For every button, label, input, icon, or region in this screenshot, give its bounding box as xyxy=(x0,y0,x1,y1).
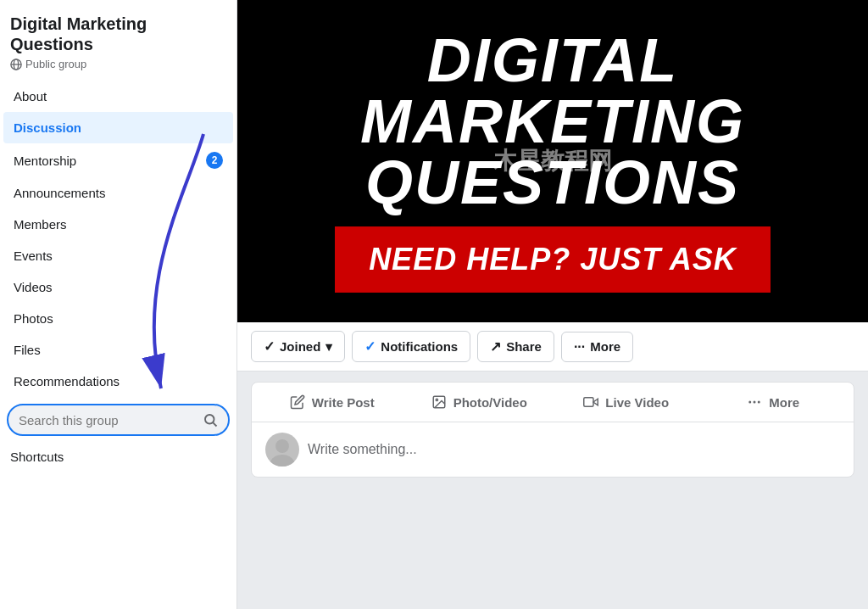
more-label: More xyxy=(590,339,620,354)
write-post-label: Write Post xyxy=(312,395,375,410)
nav-badge: 2 xyxy=(206,152,223,169)
nav-item-label: Mentorship xyxy=(14,154,76,168)
check-icon: ✓ xyxy=(264,338,275,355)
arrow-container xyxy=(0,397,236,443)
nav-item-label: Events xyxy=(14,249,53,263)
hero-title-line3: QUESTIONS xyxy=(335,152,771,213)
check-icon-notif: ✓ xyxy=(364,338,376,355)
more-dots-icon: ··· xyxy=(574,339,585,355)
sidebar-item-events[interactable]: Events xyxy=(3,240,233,271)
write-post-button[interactable]: Write Post xyxy=(259,386,406,418)
svg-marker-8 xyxy=(593,399,598,405)
nav-item-label: Recommendations xyxy=(14,374,120,388)
post-section: Write Post Photo/Video Live Video xyxy=(251,382,854,478)
nav-item-label: About xyxy=(14,89,47,103)
dropdown-icon: ▾ xyxy=(326,339,332,355)
post-more-button[interactable]: More xyxy=(700,386,848,418)
avatar xyxy=(265,433,299,467)
sidebar-shortcuts[interactable]: Shortcuts xyxy=(0,443,236,471)
hero-subtitle-box: NEED HELP? JUST ASK xyxy=(335,226,771,293)
nav-item-label: Members xyxy=(14,217,67,232)
post-input-row: Write something... xyxy=(252,422,854,477)
sidebar-item-discussion[interactable]: Discussion xyxy=(3,112,233,143)
live-video-button[interactable]: Live Video xyxy=(553,386,700,418)
sidebar-item-announcements[interactable]: Announcements xyxy=(3,177,233,209)
hero-subtitle-text: NEED HELP? JUST ASK xyxy=(369,242,737,277)
group-type-label: Public group xyxy=(25,58,86,70)
search-box[interactable] xyxy=(7,404,230,436)
notifications-button[interactable]: ✓ Notifications xyxy=(352,331,470,362)
joined-button[interactable]: ✓ Joined ▾ xyxy=(251,331,345,362)
nav-item-label: Videos xyxy=(14,280,53,294)
joined-label: Joined xyxy=(280,339,320,354)
svg-point-3 xyxy=(205,415,214,424)
pencil-icon xyxy=(290,394,305,410)
svg-point-13 xyxy=(275,439,289,453)
share-icon: ↗ xyxy=(490,338,501,355)
nav-item-label: Files xyxy=(14,343,41,357)
sidebar: Digital Marketing Questions Public group… xyxy=(0,0,237,609)
photo-icon xyxy=(431,394,447,410)
nav-item-label: Discussion xyxy=(14,120,81,135)
hero-image: DIGITAL MARKETING QUESTIONS NEED HELP? J… xyxy=(237,0,868,322)
notifications-label: Notifications xyxy=(381,339,458,354)
search-icon xyxy=(203,412,218,427)
sidebar-item-files[interactable]: Files xyxy=(3,334,233,366)
hero-title-block: DIGITAL MARKETING QUESTIONS NEED HELP? J… xyxy=(335,30,771,293)
group-type: Public group xyxy=(10,58,226,70)
live-video-label: Live Video xyxy=(605,395,669,410)
video-icon xyxy=(583,394,598,410)
main-content: DIGITAL MARKETING QUESTIONS NEED HELP? J… xyxy=(237,0,868,609)
svg-point-7 xyxy=(436,399,437,400)
svg-point-14 xyxy=(270,455,294,467)
svg-rect-9 xyxy=(584,398,593,407)
sidebar-item-mentorship[interactable]: Mentorship2 xyxy=(3,143,233,177)
sidebar-item-recommendations[interactable]: Recommendations xyxy=(3,366,233,397)
hero-title-line1: DIGITAL xyxy=(335,30,771,91)
svg-point-10 xyxy=(749,401,752,404)
globe-icon xyxy=(10,59,22,70)
share-button[interactable]: ↗ Share xyxy=(477,331,554,362)
post-placeholder[interactable]: Write something... xyxy=(308,442,417,457)
more-button[interactable]: ··· More xyxy=(561,332,633,362)
sidebar-item-photos[interactable]: Photos xyxy=(3,303,233,334)
nav-item-label: Photos xyxy=(14,311,53,326)
share-label: Share xyxy=(506,339,542,354)
sidebar-item-members[interactable]: Members xyxy=(3,209,233,240)
search-input[interactable] xyxy=(19,413,196,427)
nav-item-label: Announcements xyxy=(14,186,105,200)
hero-title-line2: MARKETING xyxy=(335,91,771,152)
post-actions-row: Write Post Photo/Video Live Video xyxy=(252,383,854,422)
sidebar-item-videos[interactable]: Videos xyxy=(3,271,233,303)
photo-video-button[interactable]: Photo/Video xyxy=(406,386,554,418)
svg-line-4 xyxy=(213,422,216,426)
sidebar-item-about[interactable]: About xyxy=(3,81,233,112)
photo-video-label: Photo/Video xyxy=(453,395,527,410)
group-title: Digital Marketing Questions xyxy=(10,14,226,54)
dots-icon xyxy=(747,394,762,410)
svg-point-12 xyxy=(758,401,760,404)
svg-point-11 xyxy=(754,401,756,404)
action-bar: ✓ Joined ▾ ✓ Notifications ↗ Share ··· M… xyxy=(237,322,868,372)
sidebar-nav: AboutDiscussionMentorship2AnnouncementsM… xyxy=(0,81,236,397)
sidebar-header: Digital Marketing Questions Public group xyxy=(0,0,236,77)
post-more-label: More xyxy=(769,395,799,410)
